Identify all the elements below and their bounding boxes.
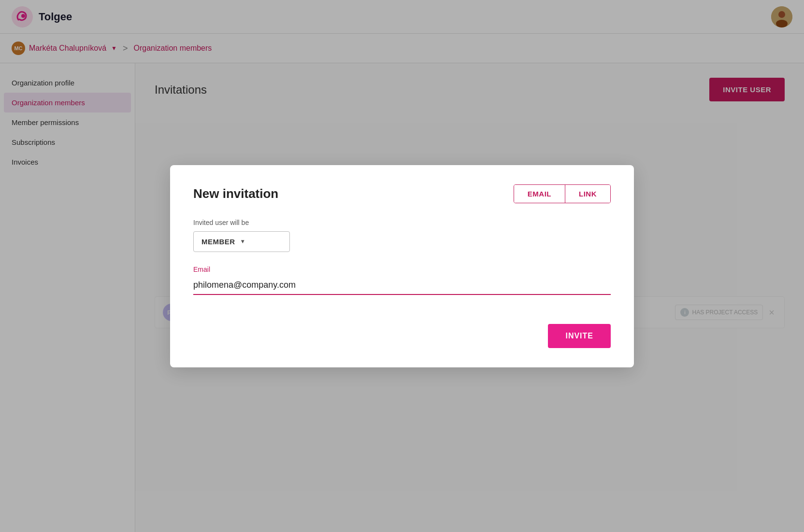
invitation-tab-group: EMAIL LINK bbox=[514, 184, 611, 203]
tab-link-button[interactable]: LINK bbox=[565, 185, 610, 203]
modal-title: New invitation bbox=[193, 186, 278, 201]
modal-overlay[interactable]: New invitation EMAIL LINK Invited user w… bbox=[0, 0, 804, 532]
email-input-wrapper bbox=[193, 276, 611, 295]
modal-footer: INVITE bbox=[193, 324, 611, 348]
invitation-modal: New invitation EMAIL LINK Invited user w… bbox=[170, 165, 634, 367]
email-field-label: Email bbox=[193, 266, 611, 273]
chevron-down-icon: ▾ bbox=[241, 238, 244, 245]
tab-email-button[interactable]: EMAIL bbox=[514, 185, 565, 203]
role-select-value: MEMBER bbox=[201, 238, 235, 246]
invite-submit-button[interactable]: INVITE bbox=[548, 324, 611, 348]
modal-header: New invitation EMAIL LINK bbox=[193, 184, 611, 203]
role-field-label: Invited user will be bbox=[193, 219, 611, 226]
email-input[interactable] bbox=[193, 276, 611, 295]
role-select-dropdown[interactable]: MEMBER ▾ bbox=[193, 231, 290, 252]
